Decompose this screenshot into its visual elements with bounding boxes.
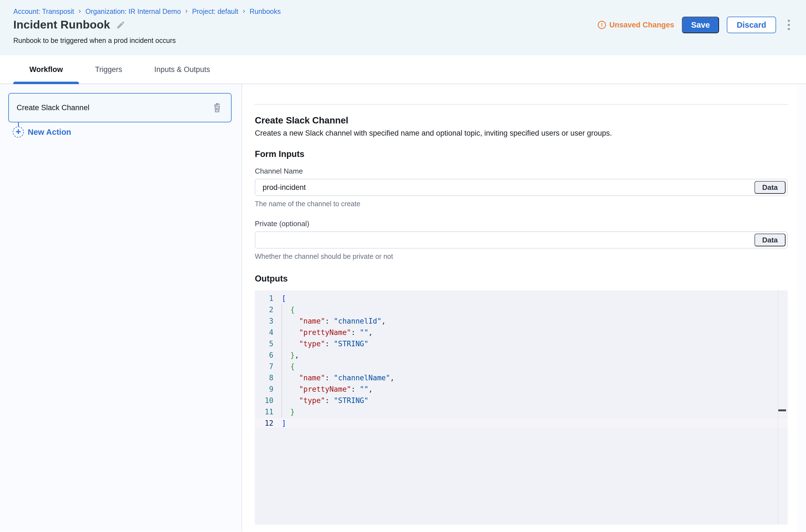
code-lines: 1[2 {3 "name": "channelId",4 "prettyName… <box>255 290 788 429</box>
channel-name-data-button[interactable]: Data <box>754 181 786 194</box>
tab-workflow-label: Workflow <box>29 65 63 74</box>
line-number: 7 <box>255 362 282 370</box>
more-options-icon[interactable] <box>784 17 794 32</box>
code-text: "prettyName": "", <box>282 385 373 393</box>
plus-icon: + <box>13 127 24 137</box>
breadcrumb: Account: Transposit › Organization: IR I… <box>13 7 281 16</box>
overview-ruler <box>778 290 778 525</box>
indent-guide <box>281 304 282 417</box>
channel-name-input[interactable] <box>255 179 788 196</box>
line-number: 11 <box>255 408 282 416</box>
tab-triggers[interactable]: Triggers <box>79 55 138 83</box>
line-number: 12 <box>255 419 282 428</box>
private-label: Private (optional) <box>255 220 788 228</box>
line-number: 5 <box>255 340 282 348</box>
private-helper: Whether the channel should be private or… <box>255 252 788 261</box>
warning-icon: ! <box>598 21 606 29</box>
code-line[interactable]: 7 { <box>255 361 788 372</box>
section-divider <box>255 104 788 104</box>
tab-workflow[interactable]: Workflow <box>13 55 79 83</box>
outputs-code-editor[interactable]: 1[2 {3 "name": "channelId",4 "prettyName… <box>255 290 788 525</box>
tab-bar: Workflow Triggers Inputs & Outputs <box>0 55 806 84</box>
private-data-button[interactable]: Data <box>754 234 786 246</box>
code-text: }, <box>282 351 299 359</box>
line-number: 9 <box>255 385 282 393</box>
code-text: ] <box>282 419 286 428</box>
code-text: "type": "STRING" <box>282 396 368 405</box>
channel-name-label: Channel Name <box>255 167 788 175</box>
scrollbar-track[interactable] <box>798 85 806 532</box>
line-number: 2 <box>255 306 282 314</box>
code-line[interactable]: 2 { <box>255 304 788 315</box>
delete-action-icon[interactable] <box>212 101 223 114</box>
code-text: "name": "channelId", <box>282 317 386 325</box>
app-header: Account: Transposit › Organization: IR I… <box>0 0 806 55</box>
channel-name-helper: The name of the channel to create <box>255 200 788 208</box>
breadcrumb-project[interactable]: Project: default <box>192 7 238 16</box>
line-number: 1 <box>255 294 282 303</box>
breadcrumb-separator-icon: › <box>243 7 245 15</box>
code-line[interactable]: 3 "name": "channelId", <box>255 315 788 327</box>
line-number: 10 <box>255 396 282 405</box>
runbook-subtitle: Runbook to be triggered when a prod inci… <box>13 37 176 44</box>
workflow-steps-panel: Create Slack Channel + New Action <box>0 84 242 531</box>
code-text: { <box>282 306 295 314</box>
action-detail-panel: Create Slack Channel Creates a new Slack… <box>242 84 806 531</box>
code-line[interactable]: 4 "prettyName": "", <box>255 327 788 338</box>
tab-inputs-outputs[interactable]: Inputs & Outputs <box>138 55 226 83</box>
edit-title-icon[interactable] <box>116 20 126 30</box>
code-line[interactable]: 12] <box>255 417 788 429</box>
breadcrumb-account[interactable]: Account: Transposit <box>13 7 74 16</box>
action-card-create-slack-channel[interactable]: Create Slack Channel <box>8 93 232 122</box>
code-text: "type": "STRING" <box>282 340 368 348</box>
form-inputs-heading: Form Inputs <box>255 149 788 159</box>
action-card-label: Create Slack Channel <box>9 103 212 112</box>
line-number: 6 <box>255 351 282 359</box>
cursor-position-marker <box>778 410 786 411</box>
line-number: 3 <box>255 317 282 325</box>
code-line[interactable]: 11 } <box>255 406 788 417</box>
action-description: Creates a new Slack channel with specifi… <box>255 129 788 137</box>
new-action-button[interactable]: + New Action <box>13 127 241 137</box>
breadcrumb-separator-icon: › <box>79 7 81 15</box>
code-text: { <box>282 362 295 370</box>
unsaved-changes-status: ! Unsaved Changes <box>598 21 674 29</box>
page-title: Incident Runbook <box>13 18 110 31</box>
code-line[interactable]: 5 "type": "STRING" <box>255 338 788 349</box>
save-button[interactable]: Save <box>682 17 719 33</box>
outputs-heading: Outputs <box>255 274 788 284</box>
code-line[interactable]: 9 "prettyName": "", <box>255 383 788 395</box>
status-badge: Unsaved Changes <box>609 21 674 29</box>
breadcrumb-organization[interactable]: Organization: IR Internal Demo <box>85 7 181 16</box>
breadcrumb-separator-icon: › <box>185 7 188 15</box>
tab-inputs-outputs-label: Inputs & Outputs <box>154 65 210 74</box>
new-action-label: New Action <box>28 128 71 137</box>
code-line[interactable]: 1[ <box>255 292 788 304</box>
discard-button[interactable]: Discard <box>727 17 776 33</box>
action-title: Create Slack Channel <box>255 115 788 126</box>
line-number: 4 <box>255 328 282 337</box>
code-text: "prettyName": "", <box>282 328 373 337</box>
line-number: 8 <box>255 374 282 382</box>
active-tab-indicator <box>13 82 79 84</box>
code-text: } <box>282 408 295 416</box>
code-text: [ <box>282 294 286 303</box>
step-connector <box>18 122 19 127</box>
tab-triggers-label: Triggers <box>95 65 122 74</box>
private-input[interactable] <box>255 231 788 249</box>
code-text: "name": "channelName", <box>282 374 395 382</box>
breadcrumb-runbooks[interactable]: Runbooks <box>250 7 281 16</box>
code-line[interactable]: 10 "type": "STRING" <box>255 395 788 406</box>
code-line[interactable]: 6 }, <box>255 349 788 361</box>
code-line[interactable]: 8 "name": "channelName", <box>255 372 788 383</box>
